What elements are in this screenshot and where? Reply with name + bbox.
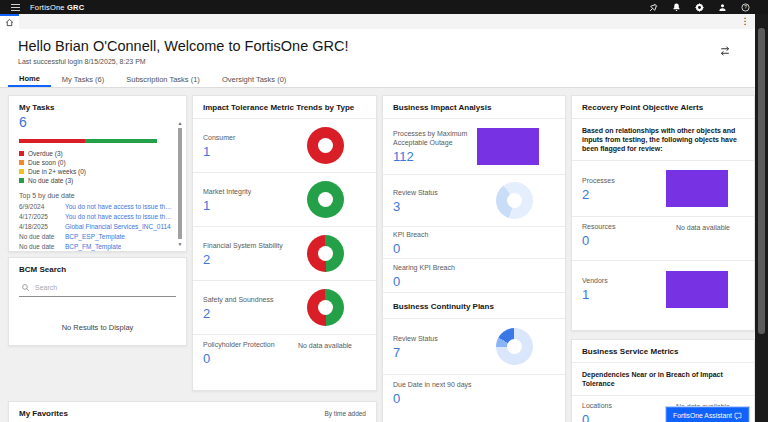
metric-row: Vendors1 (572, 261, 754, 317)
metric-row: Review Status7 (383, 319, 565, 375)
pin-icon (649, 3, 658, 12)
app-title: FortisOne GRC (30, 3, 84, 12)
task-row: No due dateBCP_ESP_Template (19, 232, 176, 242)
bcm-search-card: BCM Search No Results to Display (8, 257, 187, 346)
svg-text:?: ? (744, 5, 747, 10)
layout-switch-button[interactable] (719, 43, 733, 57)
metric-value: 2 (203, 306, 273, 321)
overflow-menu-button[interactable]: ⋮ (739, 15, 751, 28)
metric-value: 1 (203, 144, 235, 159)
market-integrity-donut-chart (307, 181, 344, 218)
task-row: 4/18/2025Global Financial Services_INC_0… (19, 222, 176, 232)
task-link[interactable]: BCP_ESP_Template (65, 232, 125, 242)
task-link[interactable]: Global Financial Services_INC_0114 (65, 222, 171, 232)
task-row: 6/9/2024You do not have access to issue … (19, 202, 176, 212)
metric-row: Financial System Stability2 (193, 227, 376, 281)
legend-swatch (19, 160, 24, 165)
financial-stability-donut-chart (307, 235, 344, 272)
card-title: My Favorites (19, 409, 68, 418)
page-scrollbar[interactable] (755, 14, 768, 422)
task-list-title: Top 5 by due date (19, 192, 176, 199)
tasks-count: 6 (19, 114, 176, 130)
metric-value: 112 (393, 149, 477, 164)
sort-by-control[interactable]: By time added (324, 410, 366, 417)
rpo-description: Based on relationships with other object… (572, 119, 754, 161)
legend-item: Due soon (0) (19, 158, 176, 167)
task-link[interactable]: You do not have access to issue this req… (65, 202, 173, 212)
task-link[interactable]: BCP_FM_Template (65, 242, 121, 252)
bell-icon (672, 3, 681, 12)
review-status-donut-chart (496, 182, 533, 219)
metric-row: Review Status3 (383, 175, 565, 227)
section-title: Business Continuity Plans (383, 293, 565, 319)
chat-icon (734, 412, 742, 420)
application-header: FortisOne GRC ? (0, 0, 768, 14)
metric-row: Market Integrity1 (193, 173, 376, 227)
dashboard-content: My Tasks 6 Overdue (3) Due soon (0) Due … (0, 88, 755, 422)
tab-my-tasks[interactable]: My Tasks (6) (51, 71, 115, 87)
metric-row: Safety and Soundness2 (193, 281, 376, 335)
assistant-button[interactable]: FortisOne Assistant (666, 407, 749, 422)
processes-treemap-chart (666, 170, 728, 207)
metric-value: 1 (203, 198, 251, 213)
no-data-text: No data available (298, 342, 352, 349)
metric-row: Nearing KPI Breach0 (383, 259, 565, 293)
metric-value: 3 (393, 199, 438, 214)
card-title: Recovery Point Objective Alerts (572, 96, 754, 119)
legend-item: No due date (3) (19, 176, 176, 185)
search-input[interactable] (35, 284, 155, 291)
user-profile-button[interactable] (715, 0, 729, 14)
search-field[interactable] (19, 280, 176, 297)
task-link[interactable]: You do not have access to issue this req… (65, 212, 173, 222)
bsm-subtitle: Dependencies Near or in Breach of Impact… (572, 363, 754, 396)
legend-swatch (19, 178, 24, 183)
scroll-up-icon[interactable]: ▲ (176, 120, 184, 126)
consumer-donut-chart (307, 127, 344, 164)
metric-row: Policyholder Protection0 No data availab… (193, 335, 376, 389)
card-title: Business Service Metrics (572, 340, 754, 363)
swap-arrows-icon (719, 45, 731, 57)
bcp-review-status-donut-chart (496, 328, 533, 365)
metric-value: 0 (393, 274, 455, 289)
last-login-text: Last successful login 8/15/2025, 8:23 PM (18, 58, 146, 65)
help-button[interactable]: ? (738, 0, 752, 14)
legend-swatch (19, 151, 24, 156)
page-header: Hello Brian O'Connell, Welcome to Fortis… (0, 29, 755, 88)
toolbar-strip: ⋮ (0, 14, 755, 29)
legend-swatch (19, 169, 24, 174)
my-favorites-card: My Favorites By time added (8, 401, 377, 422)
task-row: No due dateBCP_FM_Template (19, 242, 176, 252)
hamburger-icon (11, 4, 20, 11)
metric-row: KPI Breach0 (383, 227, 565, 259)
card-title: Impact Tolerance Metric Trends by Type (193, 96, 376, 119)
pin-button[interactable] (646, 0, 660, 14)
tab-home[interactable]: Home (8, 71, 51, 87)
settings-button[interactable] (692, 0, 706, 14)
menu-button[interactable] (6, 0, 24, 14)
tasks-legend: Overdue (3) Due soon (0) Due in 2+ weeks… (19, 149, 176, 185)
metric-row: Processes by Maximum Acceptable Outage11… (383, 119, 565, 175)
home-icon (5, 18, 14, 27)
metric-value: 2 (582, 187, 615, 202)
tasks-status-bar (19, 139, 157, 143)
scrollbar-thumb[interactable] (178, 128, 182, 239)
vendors-treemap-chart (666, 271, 728, 308)
impact-tolerance-card: Impact Tolerance Metric Trends by Type C… (192, 95, 377, 391)
page-title: Hello Brian O'Connell, Welcome to Fortis… (18, 38, 348, 54)
metric-row: Consumer1 (193, 119, 376, 173)
metric-row: Resources0 No data available (572, 217, 754, 261)
legend-item: Overdue (3) (19, 149, 176, 158)
tab-subscription-tasks[interactable]: Subscription Tasks (1) (115, 71, 211, 87)
card-scrollbar[interactable]: ▲ ▼ (176, 120, 184, 247)
metric-value: 7 (393, 345, 438, 360)
tab-oversight-tasks[interactable]: Oversight Tasks (0) (211, 71, 297, 87)
notifications-button[interactable] (669, 0, 683, 14)
metric-value: 0 (203, 351, 275, 366)
page-scrollbar-thumb[interactable] (758, 28, 765, 334)
metric-value: 2 (203, 252, 283, 267)
home-nav-tab[interactable] (0, 14, 19, 29)
metric-value: 1 (582, 287, 608, 302)
scroll-down-icon[interactable]: ▼ (176, 241, 184, 247)
metric-row: Due Date in next 90 days0 (383, 375, 565, 411)
search-icon (21, 283, 30, 292)
